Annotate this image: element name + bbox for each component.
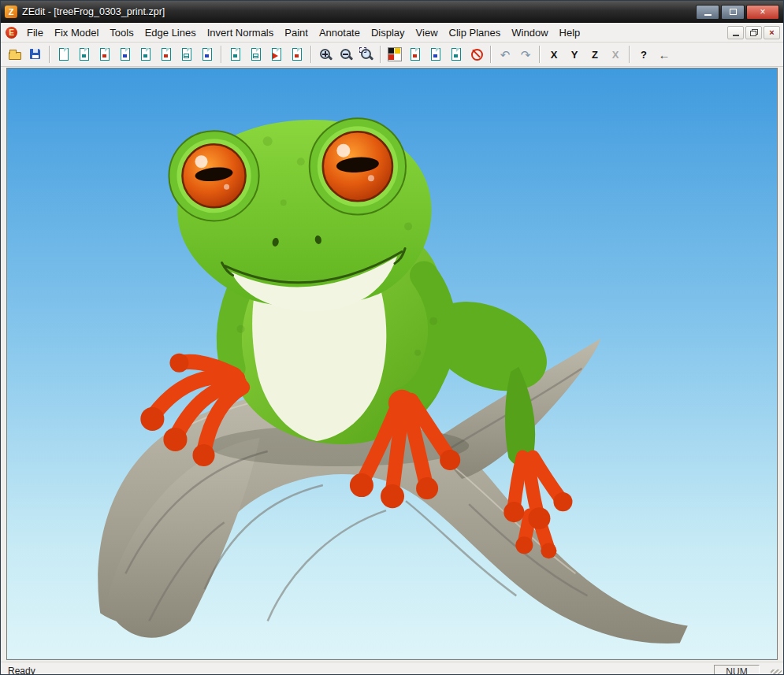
zoom-in-button[interactable] [315,45,336,65]
page-copy-icon [200,47,214,61]
toolbar-separator [221,46,222,63]
app-icon: Z [5,6,17,18]
page-mark-button-2[interactable] [246,45,266,65]
menu-bar: E File Fix Model Tools Edge Lines Invert… [1,23,783,43]
page-copy-button-5[interactable] [136,45,156,65]
page-red-triangle-icon [269,47,284,61]
axis-z-label: Z [592,49,598,61]
redo-button[interactable]: ↷ [515,45,536,65]
resize-grip[interactable] [771,669,782,675]
page-copy-button-3[interactable] [95,45,115,65]
help-button[interactable]: ? [634,45,654,65]
menu-help[interactable]: Help [554,24,586,41]
page-copy-button-2[interactable] [74,45,95,65]
menu-fix-model[interactable]: Fix Model [49,24,104,41]
page-copy-icon [57,47,71,61]
mdi-close-button[interactable]: × [764,26,780,39]
zoom-window-button[interactable] [356,45,377,65]
axis-y-button[interactable]: Y [564,45,585,65]
axis-y-label: Y [571,49,578,61]
page-copy-button-1[interactable] [54,45,74,65]
paint-copy-icon [449,47,463,61]
open-button[interactable] [5,45,25,65]
maximize-icon [730,9,737,15]
page-mark-icon [229,47,243,61]
mdi-minimize-button[interactable] [727,26,744,39]
toolbar-separator [380,46,381,63]
paint-page-button[interactable] [405,45,425,65]
status-message: Ready [8,666,35,675]
toolbar-separator [539,46,541,63]
axis-x-label: X [551,49,558,61]
paint-edit-button[interactable] [425,45,446,65]
redo-icon: ↷ [521,49,531,61]
page-copy-icon [139,47,153,61]
frog-scene [7,69,777,659]
menu-annotate[interactable]: Annotate [314,24,366,41]
undo-button[interactable]: ↶ [495,45,515,65]
title-bar[interactable]: Z ZEdit - [treeFrog_0303_print.zpr] × [1,1,783,23]
back-arrow-icon: ← [659,49,671,61]
page-mark-icon [290,47,304,61]
window-title: ZEdit - [treeFrog_0303_print.zpr] [22,6,165,17]
menu-tools[interactable]: Tools [104,24,139,41]
zoom-window-icon [359,47,373,61]
page-copy-icon [118,47,132,61]
viewport-3d[interactable] [6,68,778,660]
toolbar-separator [49,46,50,63]
paint-page-icon [408,47,422,61]
axis-x-disabled-label: X [612,49,619,61]
save-floppy-icon [28,47,43,61]
axis-z-button[interactable]: Z [585,45,605,65]
status-bar: Ready NUM [1,662,783,675]
save-button[interactable] [25,45,46,65]
menu-invert-normals[interactable]: Invert Normals [202,24,280,41]
paint-off-button[interactable] [466,45,487,65]
color-cube-icon [388,47,402,61]
page-copy-button-7[interactable] [176,45,197,65]
minimize-button[interactable] [696,5,719,20]
minimize-icon [704,14,712,16]
client-area [1,67,783,662]
page-mark-icon [249,47,263,61]
page-copy-button-4[interactable] [115,45,136,65]
mdi-minimize-icon [733,35,739,36]
toolbar-separator [310,46,312,63]
zoom-in-icon [318,47,333,61]
page-copy-button-6[interactable] [156,45,176,65]
toolbar-separator [629,46,630,63]
mdi-restore-button[interactable] [745,26,762,39]
menu-file[interactable]: File [21,24,49,41]
page-copy-icon [180,47,194,61]
color-cube-button[interactable] [385,45,405,65]
zoom-out-button[interactable] [336,45,356,65]
page-mark-button-3[interactable] [266,45,287,65]
menu-window[interactable]: Window [506,24,553,41]
page-copy-button-8[interactable] [197,45,217,65]
page-copy-icon [98,47,112,61]
back-button[interactable]: ← [654,45,674,65]
zoom-out-icon [339,47,353,61]
page-copy-icon [77,47,91,61]
menu-edge-lines[interactable]: Edge Lines [139,24,202,41]
open-folder-icon [8,47,22,61]
menu-paint[interactable]: Paint [279,24,314,41]
page-mark-button-4[interactable] [287,45,307,65]
mdi-restore-icon [750,29,758,36]
menu-clip-planes[interactable]: Clip Planes [444,24,507,41]
document-icon[interactable]: E [6,27,17,39]
undo-icon: ↶ [500,49,511,61]
paint-copy-button[interactable] [446,45,466,65]
maximize-button[interactable] [721,5,745,20]
toolbar: ↶ ↷ X Y Z X ? ← [1,43,783,67]
close-button[interactable]: × [746,5,779,20]
axis-x-button[interactable]: X [544,45,564,65]
menu-view[interactable]: View [411,24,444,41]
help-icon: ? [641,49,647,61]
app-window: Z ZEdit - [treeFrog_0303_print.zpr] × E … [0,0,784,675]
menu-display[interactable]: Display [366,24,411,41]
no-paint-icon [470,47,484,61]
axis-x-disabled-button: X [605,45,626,65]
page-mark-button-1[interactable] [225,45,246,65]
paint-edit-icon [429,47,443,61]
